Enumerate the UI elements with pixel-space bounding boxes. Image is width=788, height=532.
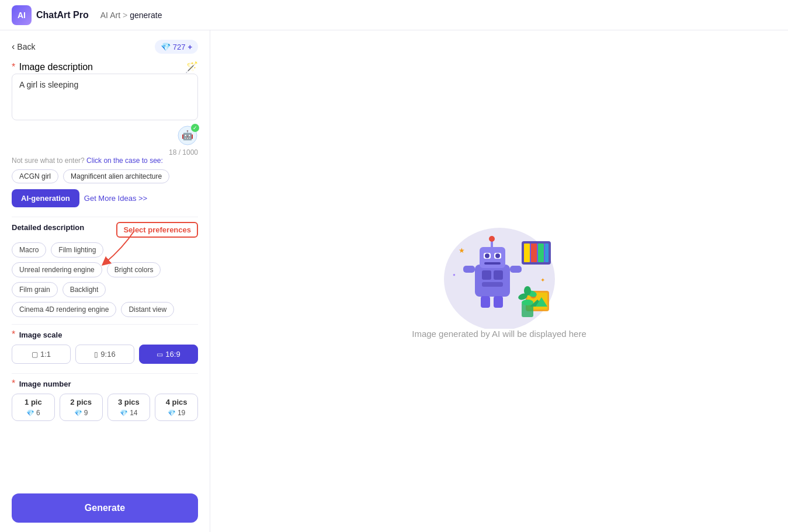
num-opt-1[interactable]: 1 pic 💎 6 bbox=[12, 394, 55, 421]
svg-rect-19 bbox=[475, 265, 510, 297]
divider-1 bbox=[12, 217, 198, 217]
image-number-header: * Image number bbox=[12, 378, 198, 389]
hint-click[interactable]: Click on the case to see: bbox=[86, 157, 163, 165]
svg-rect-5 bbox=[524, 244, 530, 262]
example-tag-0[interactable]: ACGN girl bbox=[12, 169, 58, 183]
svg-rect-30 bbox=[482, 282, 503, 287]
gem-icon: 💎 bbox=[161, 42, 171, 51]
cost-val-3: 19 bbox=[178, 409, 185, 417]
back-button[interactable]: ‹ Back bbox=[12, 41, 35, 52]
divider-2 bbox=[12, 324, 198, 325]
cost-val-2: 14 bbox=[130, 409, 137, 417]
logo-abbr: AI bbox=[18, 11, 26, 20]
credits-badge[interactable]: 💎 727 + bbox=[155, 40, 198, 54]
divider-3 bbox=[12, 373, 198, 374]
scale-16-9[interactable]: ▭ 16:9 bbox=[139, 345, 198, 364]
svg-rect-6 bbox=[531, 244, 537, 262]
right-panel: ★ ✦ ● Image generated by AI will be disp… bbox=[210, 30, 788, 532]
num-opt-3[interactable]: 3 pics 💎 14 bbox=[107, 394, 151, 421]
back-label: Back bbox=[17, 42, 35, 51]
ai-gen-row: AI-generation Get More Ideas >> bbox=[12, 189, 198, 207]
svg-text:✦: ✦ bbox=[540, 277, 545, 283]
svg-text:🤖: 🤖 bbox=[182, 130, 193, 141]
svg-point-15 bbox=[522, 300, 533, 305]
left-panel: ‹ Back 💎 727 + * Image description 🪄 A g… bbox=[0, 30, 210, 532]
num-opt-1-label: 1 pic bbox=[17, 398, 50, 406]
detail-tag-7[interactable]: Distant view bbox=[121, 302, 174, 317]
image-description-label: Image description bbox=[19, 62, 93, 72]
cost-gem-0: 💎 bbox=[26, 409, 34, 417]
breadcrumb-parent: AI Art bbox=[100, 11, 120, 20]
cost-gem-2: 💎 bbox=[120, 409, 128, 417]
illustration-wrapper: ★ ✦ ● bbox=[435, 224, 564, 317]
logo-icon: AI bbox=[12, 5, 32, 25]
placeholder-text: Image generated by AI will be displayed … bbox=[412, 329, 586, 339]
logo-area: AI ChatArt Pro bbox=[12, 5, 89, 25]
num-opt-4-cost: 💎 19 bbox=[160, 409, 193, 417]
num-opt-1-cost: 💎 6 bbox=[17, 409, 50, 417]
scale-1-1[interactable]: ▢ 1:1 bbox=[12, 345, 71, 364]
breadcrumb-sep: > bbox=[123, 11, 127, 20]
svg-text:★: ★ bbox=[459, 246, 465, 255]
detailed-desc-label: Detailed description bbox=[12, 223, 84, 232]
svg-rect-28 bbox=[482, 270, 491, 280]
num-opt-2-label: 2 pics bbox=[65, 398, 98, 406]
scale-9-16[interactable]: ▯ 9:16 bbox=[75, 345, 134, 364]
svg-point-27 bbox=[489, 236, 495, 242]
image-number-section: * Image number 1 pic 💎 6 2 pics � bbox=[12, 378, 198, 421]
image-scale-label: Image scale bbox=[19, 331, 63, 339]
svg-rect-20 bbox=[480, 247, 505, 268]
num-opt-3-cost: 💎 14 bbox=[113, 409, 145, 417]
svg-rect-7 bbox=[538, 244, 544, 262]
image-description-textarea[interactable]: A girl is sleeping bbox=[12, 74, 198, 120]
detail-tag-1[interactable]: Film lighting bbox=[51, 242, 103, 258]
detail-tag-6[interactable]: Cinema 4D rendering engine bbox=[12, 302, 116, 317]
svg-text:●: ● bbox=[453, 272, 456, 277]
robot-illustration: ★ ✦ ● bbox=[435, 224, 564, 329]
scale-label: * Image scale bbox=[12, 329, 198, 340]
hint-text: Not sure what to enter? Click on the cas… bbox=[12, 157, 198, 165]
svg-rect-31 bbox=[463, 266, 475, 273]
svg-rect-25 bbox=[484, 262, 501, 265]
cost-val-1: 9 bbox=[84, 409, 88, 417]
detail-tag-3[interactable]: Bright colors bbox=[107, 262, 161, 277]
num-opt-3-label: 3 pics bbox=[113, 398, 145, 406]
num-opt-4[interactable]: 4 pics 💎 19 bbox=[155, 394, 198, 421]
number-options: 1 pic 💎 6 2 pics 💎 9 3 bbox=[12, 394, 198, 421]
svg-point-23 bbox=[485, 253, 490, 258]
panel-header: ‹ Back 💎 727 + bbox=[12, 40, 198, 54]
breadcrumb: AI Art > generate bbox=[100, 11, 162, 20]
svg-rect-32 bbox=[510, 266, 522, 273]
detail-tag-2[interactable]: Unreal rendering engine bbox=[12, 262, 102, 277]
ai-enhance-icon[interactable]: 🤖 ✓ bbox=[177, 125, 198, 146]
left-panel-inner: ‹ Back 💎 727 + * Image description 🪄 A g… bbox=[0, 30, 210, 484]
required-star: * bbox=[12, 62, 15, 72]
scale-1-1-icon: ▢ bbox=[32, 350, 38, 359]
scale-16-9-icon: ▭ bbox=[157, 350, 163, 359]
detail-tags-row: Macro Film lighting Unreal rendering eng… bbox=[12, 242, 198, 317]
char-count: 18 / 1000 bbox=[12, 148, 198, 157]
cost-val-0: 6 bbox=[36, 409, 40, 417]
breadcrumb-current: generate bbox=[130, 11, 162, 20]
ai-generation-button[interactable]: AI-generation bbox=[12, 189, 79, 207]
wand-icon[interactable]: 🪄 bbox=[185, 61, 198, 74]
get-more-link[interactable]: Get More Ideas >> bbox=[84, 194, 147, 203]
detail-tag-4[interactable]: Film grain bbox=[12, 282, 58, 297]
cost-gem-1: 💎 bbox=[74, 409, 82, 417]
example-tag-1[interactable]: Magnificent alien architecture bbox=[63, 169, 169, 183]
detail-row: Detailed description Select preferences bbox=[12, 222, 198, 238]
main-layout: ‹ Back 💎 727 + * Image description 🪄 A g… bbox=[0, 30, 788, 532]
example-tags-row: ACGN girl Magnificent alien architecture bbox=[12, 169, 198, 183]
logo-text: ChatArt Pro bbox=[36, 10, 89, 20]
credits-value: 727 bbox=[173, 43, 186, 51]
svg-rect-34 bbox=[494, 296, 503, 308]
generate-button[interactable]: Generate bbox=[12, 493, 198, 523]
image-number-label: Image number bbox=[19, 380, 71, 388]
select-preferences-button[interactable]: Select preferences bbox=[116, 222, 198, 238]
image-desc-label: * Image description bbox=[12, 62, 93, 72]
detail-tag-0[interactable]: Macro bbox=[12, 242, 46, 258]
detail-tag-5[interactable]: Backlight bbox=[63, 282, 106, 297]
back-arrow-icon: ‹ bbox=[12, 41, 15, 52]
num-opt-2[interactable]: 2 pics 💎 9 bbox=[60, 394, 103, 421]
num-opt-4-label: 4 pics bbox=[160, 398, 193, 406]
